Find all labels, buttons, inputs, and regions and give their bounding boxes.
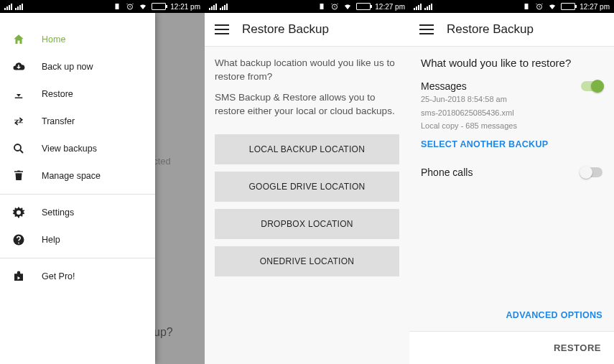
statusbar-time: 12:21 pm [170, 3, 200, 11]
menu-icon[interactable] [215, 24, 229, 34]
dropbox-button[interactable]: DROPBOX LOCATION [215, 209, 399, 239]
messages-section: Messages 25-Jun-2018 8:54:58 am sms-2018… [421, 80, 603, 149]
signal-icon [4, 4, 12, 10]
drawer-item-home[interactable]: Home [0, 26, 155, 53]
messages-timestamp: 25-Jun-2018 8:54:58 am [421, 93, 603, 106]
footer: RESTORE [409, 331, 614, 364]
shop-icon [11, 269, 26, 284]
vibrate-icon [113, 2, 121, 11]
select-another-backup-link[interactable]: SELECT ANOTHER BACKUP [421, 139, 603, 149]
drawer-item-backup-now[interactable]: Back up now [0, 53, 155, 80]
download-icon [11, 87, 26, 101]
question-text: What would you like to restore? [421, 57, 603, 69]
vibrate-icon [522, 2, 531, 11]
home-icon [11, 32, 26, 47]
page-title: Restore Backup [447, 22, 534, 37]
drawer-item-label: Help [42, 235, 60, 245]
advanced-options-link[interactable]: ADVANCED OPTIONS [506, 310, 603, 320]
appbar: Restore Backup [205, 13, 409, 46]
menu-icon[interactable] [419, 24, 434, 34]
trash-icon [11, 169, 26, 183]
onedrive-button[interactable]: ONEDRIVE LOCATION [215, 246, 399, 276]
svg-rect-0 [116, 4, 119, 9]
statusbar-time: 12:27 pm [580, 3, 610, 11]
gear-icon [11, 205, 26, 220]
drawer-item-help[interactable]: Help [0, 226, 155, 253]
wifi-icon [343, 2, 352, 11]
cloud-up-icon [11, 60, 26, 74]
svg-rect-6 [525, 4, 529, 9]
phone-calls-toggle[interactable] [581, 167, 603, 177]
alarm-icon [330, 2, 339, 11]
wifi-icon [548, 2, 557, 11]
search-icon [11, 141, 26, 156]
restore-button[interactable]: RESTORE [554, 342, 601, 353]
messages-toggle[interactable] [581, 81, 603, 91]
signal-icon [209, 4, 217, 10]
help-icon [11, 233, 26, 247]
vibrate-icon [317, 2, 326, 11]
battery-icon [152, 3, 166, 10]
drawer-item-label: Restore [42, 89, 73, 99]
appbar: Restore Backup [409, 13, 614, 46]
divider [0, 194, 155, 195]
question-text: What backup location would you like us t… [215, 57, 399, 84]
drawer-item-label: Settings [42, 207, 74, 218]
messages-title: Messages [421, 80, 467, 92]
drawer-item-view-backups[interactable]: View backups [0, 135, 155, 162]
svg-point-2 [14, 144, 21, 151]
alarm-icon [535, 2, 544, 11]
local-backup-button[interactable]: LOCAL BACKUP LOCATION [215, 134, 399, 164]
statusbar: 12:27 pm [205, 0, 409, 13]
drawer-item-label: View backups [42, 144, 97, 154]
navigation-drawer: Home Back up now Restore Transfer View b… [0, 13, 155, 364]
battery-icon [561, 3, 575, 10]
drawer-item-manage-space[interactable]: Manage space [0, 162, 155, 190]
google-drive-button[interactable]: GOOGLE DRIVE LOCATION [215, 172, 399, 202]
transfer-icon [11, 114, 26, 129]
drawer-item-label: Get Pro! [42, 271, 75, 281]
description-text: SMS Backup & Restore allows you to resto… [215, 91, 399, 118]
signal-icon [414, 4, 422, 10]
statusbar: 12:21 pm [0, 0, 205, 13]
signal-icon [15, 4, 23, 10]
phone-calls-title: Phone calls [421, 167, 473, 178]
signal-icon [424, 4, 432, 10]
wifi-icon [139, 2, 147, 11]
messages-count: Local copy - 685 messages [421, 120, 603, 132]
messages-filename: sms-20180625085436.xml [421, 107, 603, 119]
drawer-item-label: Manage space [42, 171, 101, 181]
signal-icon [220, 4, 228, 10]
divider [0, 258, 155, 258]
statusbar: 12:27 pm [409, 0, 614, 13]
drawer-item-label: Home [42, 34, 65, 45]
drawer-item-label: Back up now [42, 62, 93, 72]
battery-icon [356, 3, 371, 10]
alarm-icon [126, 2, 134, 11]
drawer-item-settings[interactable]: Settings [0, 199, 155, 226]
drawer-item-label: Transfer [42, 116, 75, 126]
drawer-item-transfer[interactable]: Transfer [0, 108, 155, 135]
drawer-item-get-pro[interactable]: Get Pro! [0, 263, 155, 290]
phone-calls-section: Phone calls [421, 167, 603, 178]
svg-rect-4 [320, 4, 324, 9]
page-title: Restore Backup [242, 22, 329, 37]
drawer-item-restore[interactable]: Restore [0, 80, 155, 108]
statusbar-time: 12:27 pm [375, 3, 405, 11]
